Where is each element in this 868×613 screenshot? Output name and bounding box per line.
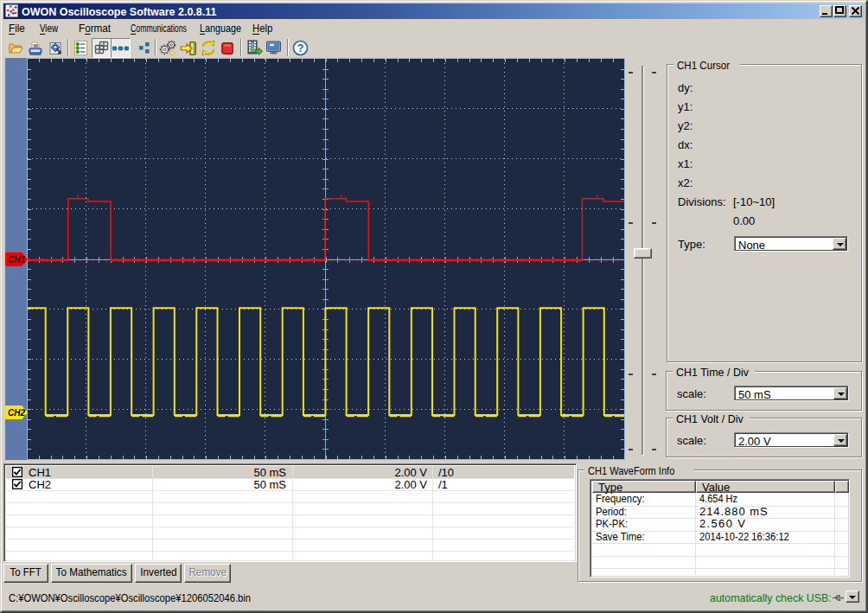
svg-text:?: ?: [297, 42, 303, 54]
